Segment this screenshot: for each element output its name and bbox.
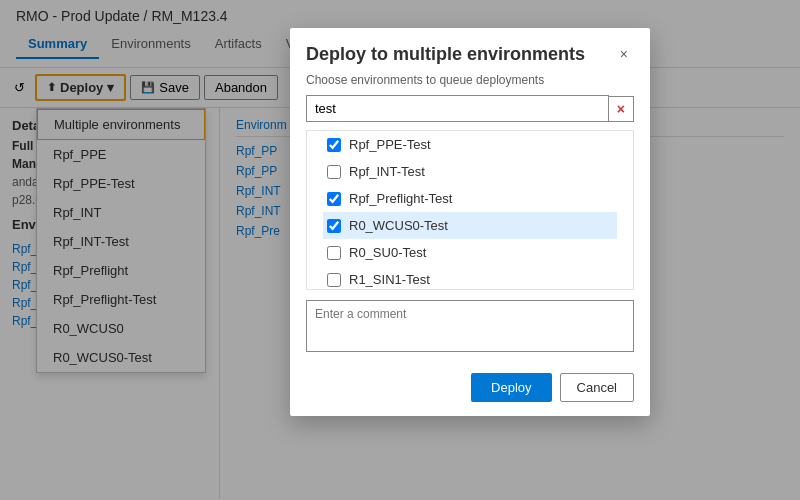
check-label: Rpf_Preflight-Test <box>349 191 452 206</box>
deploy-modal: Deploy to multiple environments × Choose… <box>290 28 650 416</box>
check-label: R1_SIN1-Test <box>349 272 430 287</box>
checkbox-r0-su0-test[interactable] <box>327 246 341 260</box>
modal-header: Deploy to multiple environments × <box>290 28 650 73</box>
modal-subtitle: Choose environments to queue deployments <box>290 73 650 95</box>
checkbox-r1-sin1-test[interactable] <box>327 273 341 287</box>
check-item-rpf-int-test[interactable]: Rpf_INT-Test <box>323 158 617 185</box>
check-label: Rpf_PPE-Test <box>349 137 431 152</box>
deploy-confirm-button[interactable]: Deploy <box>471 373 551 402</box>
modal-title: Deploy to multiple environments <box>306 44 585 65</box>
environment-search-input[interactable] <box>306 95 609 122</box>
cancel-button[interactable]: Cancel <box>560 373 634 402</box>
check-item-rpf-ppe-test[interactable]: Rpf_PPE-Test <box>323 131 617 158</box>
check-label: R0_WCUS0-Test <box>349 218 448 233</box>
modal-footer: Deploy Cancel <box>290 365 650 416</box>
check-item-r0-su0-test[interactable]: R0_SU0-Test <box>323 239 617 266</box>
checkbox-r0-wcus0-test[interactable] <box>327 219 341 233</box>
modal-search-row: × <box>290 95 650 130</box>
checkbox-rpf-int-test[interactable] <box>327 165 341 179</box>
check-item-r0-wcus0-test[interactable]: R0_WCUS0-Test <box>323 212 617 239</box>
environment-checklist: Rpf_PPE-Test Rpf_INT-Test Rpf_Preflight-… <box>306 130 634 290</box>
check-label: Rpf_INT-Test <box>349 164 425 179</box>
clear-search-button[interactable]: × <box>609 96 634 122</box>
check-label: R0_SU0-Test <box>349 245 426 260</box>
modal-close-button[interactable]: × <box>614 44 634 64</box>
modal-overlay[interactable]: Deploy to multiple environments × Choose… <box>0 0 800 500</box>
checkbox-rpf-ppe-test[interactable] <box>327 138 341 152</box>
checkbox-rpf-preflight-test[interactable] <box>327 192 341 206</box>
check-item-r1-sin1-test[interactable]: R1_SIN1-Test <box>323 266 617 290</box>
check-item-rpf-preflight-test[interactable]: Rpf_Preflight-Test <box>323 185 617 212</box>
modal-comment-area <box>306 300 634 355</box>
comment-input[interactable] <box>306 300 634 352</box>
